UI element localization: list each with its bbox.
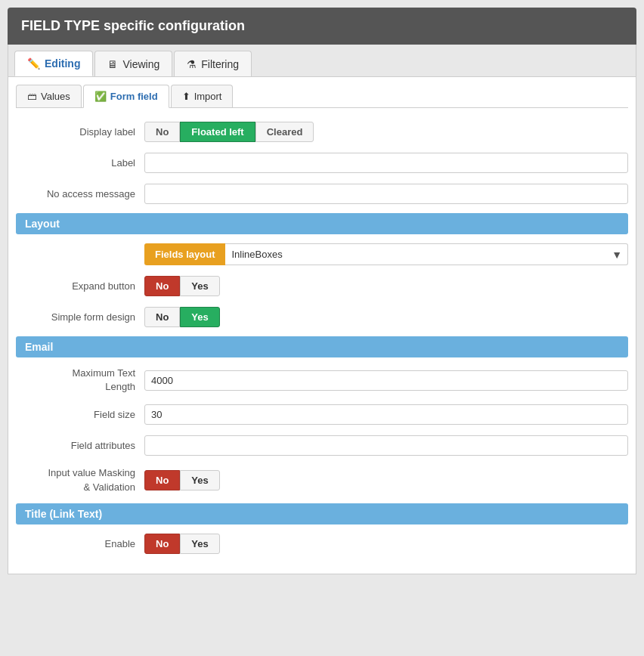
viewing-label: Viewing: [122, 58, 159, 70]
page-header: FIELD TYPE specific configuration: [8, 8, 636, 45]
no-access-input[interactable]: [144, 184, 628, 204]
simple-form-btn-group: No Yes: [144, 307, 628, 327]
simple-form-no-btn[interactable]: No: [144, 307, 180, 327]
max-text-row: Maximum Text Length: [16, 365, 628, 395]
max-text-input[interactable]: [144, 370, 628, 391]
display-cleared-btn[interactable]: Cleared: [255, 122, 314, 142]
content-area: 🗃 Values ✅ Form field ⬆ Import Display l…: [8, 77, 636, 574]
field-attributes-row: Field attributes: [16, 434, 628, 457]
tab-filtering[interactable]: ⚗ Filtering: [174, 51, 252, 76]
label-input-area: [144, 153, 628, 173]
enable-yes-btn[interactable]: Yes: [180, 534, 219, 554]
masking-label-line1: Input value Masking: [48, 467, 135, 478]
masking-label-line2: & Validation: [84, 481, 135, 493]
inner-tab-form-field[interactable]: ✅ Form field: [83, 85, 169, 108]
form-field-label: Form field: [110, 91, 158, 102]
field-size-input[interactable]: [144, 404, 628, 425]
import-label: Import: [194, 91, 222, 102]
display-label-btn-group: No Floated left Cleared: [144, 122, 628, 142]
editing-label: Editing: [45, 57, 80, 70]
max-text-label-line2: Length: [105, 381, 135, 392]
fields-layout-row: Fields layout InlineBoxes Stacked Inline…: [16, 242, 628, 267]
display-label-row: Display label No Floated left Cleared: [16, 120, 628, 144]
expand-button-row: Expand button No Yes: [16, 274, 628, 298]
no-access-input-area: [144, 184, 628, 204]
masking-controls: No Yes: [144, 470, 628, 490]
display-no-btn[interactable]: No: [144, 122, 180, 142]
simple-form-yes-btn[interactable]: Yes: [180, 307, 219, 327]
inner-tab-import[interactable]: ⬆ Import: [171, 85, 234, 107]
expand-no-btn[interactable]: No: [144, 276, 180, 296]
enable-label: Enable: [16, 538, 144, 549]
simple-form-controls: No Yes: [144, 307, 628, 327]
inner-tab-values[interactable]: 🗃 Values: [16, 85, 82, 107]
form-field-icon: ✅: [94, 91, 107, 102]
values-icon: 🗃: [27, 91, 37, 102]
viewing-icon: 🖥: [107, 58, 118, 70]
no-access-text: No access message: [16, 188, 144, 200]
main-container: FIELD TYPE specific configuration ✏️ Edi…: [0, 0, 644, 582]
import-icon: ⬆: [182, 91, 190, 102]
field-size-input-area: [144, 404, 628, 425]
masking-yes-btn[interactable]: Yes: [180, 470, 219, 490]
outer-tabs: ✏️ Editing 🖥 Viewing ⚗ Filtering: [8, 45, 636, 77]
max-text-label-line1: Maximum Text: [72, 367, 135, 379]
label-row: Label: [16, 151, 628, 175]
filtering-label: Filtering: [201, 58, 239, 70]
expand-btn-group: No Yes: [144, 276, 628, 296]
expand-yes-btn[interactable]: Yes: [180, 276, 219, 296]
expand-button-label: Expand button: [16, 280, 144, 292]
field-attributes-label: Field attributes: [16, 440, 144, 451]
enable-btn-group: No Yes: [144, 534, 628, 554]
filtering-icon: ⚗: [187, 58, 197, 70]
max-text-input-area: [144, 370, 628, 391]
masking-row: Input value Masking & Validation No Yes: [16, 465, 628, 495]
title-section-header: Title (Link Text): [16, 503, 628, 524]
masking-btn-group: No Yes: [144, 470, 628, 490]
fields-layout-control: Fields layout InlineBoxes Stacked Inline…: [144, 243, 628, 265]
tab-editing[interactable]: ✏️ Editing: [14, 51, 93, 76]
label-text: Label: [16, 157, 144, 169]
simple-form-label: Simple form design: [16, 311, 144, 323]
editing-icon: ✏️: [27, 57, 40, 70]
display-label-controls: No Floated left Cleared: [144, 122, 628, 142]
fields-layout-btn[interactable]: Fields layout: [144, 243, 225, 265]
enable-row: Enable No Yes: [16, 532, 628, 555]
tab-viewing[interactable]: 🖥 Viewing: [94, 51, 172, 76]
field-attributes-input-area: [144, 435, 628, 456]
values-label: Values: [41, 91, 70, 102]
form-section: Display label No Floated left Cleared La…: [16, 117, 628, 566]
expand-button-controls: No Yes: [144, 276, 628, 296]
email-section-header: Email: [16, 336, 628, 357]
field-size-row: Field size: [16, 403, 628, 426]
masking-no-btn[interactable]: No: [144, 470, 180, 490]
simple-form-row: Simple form design No Yes: [16, 305, 628, 329]
masking-label: Input value Masking & Validation: [16, 466, 144, 494]
enable-no-btn[interactable]: No: [144, 534, 180, 554]
field-attributes-input[interactable]: [144, 435, 628, 456]
fields-layout-dropdown-wrapper: InlineBoxes Stacked Inline ▼: [225, 243, 628, 265]
field-size-label: Field size: [16, 409, 144, 420]
header-title: FIELD TYPE specific configuration: [21, 18, 245, 33]
max-text-label: Maximum Text Length: [16, 367, 144, 394]
inner-tabs: 🗃 Values ✅ Form field ⬆ Import: [16, 85, 628, 108]
label-input[interactable]: [144, 153, 628, 173]
fields-layout-select[interactable]: InlineBoxes Stacked Inline: [225, 243, 628, 265]
enable-controls: No Yes: [144, 534, 628, 554]
display-label-text: Display label: [16, 126, 144, 138]
display-floated-btn[interactable]: Floated left: [180, 122, 255, 142]
no-access-row: No access message: [16, 182, 628, 206]
layout-section-header: Layout: [16, 213, 628, 234]
